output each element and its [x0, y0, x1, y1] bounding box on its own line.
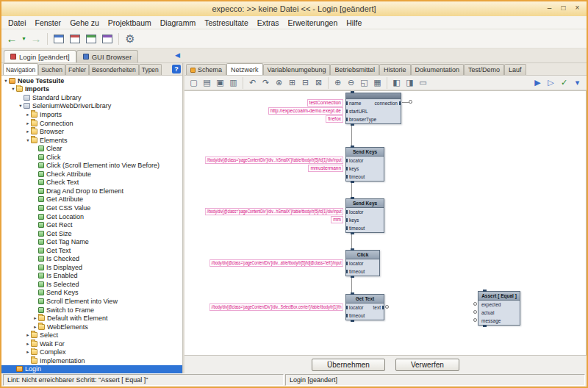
tab-schema[interactable]: Schema [186, 64, 226, 75]
grid-icon[interactable]: ▦ [371, 77, 384, 89]
tree-item-get-attribute[interactable]: Get Attribute [1, 195, 182, 204]
zoom-fit-icon[interactable]: ◱ [358, 77, 370, 89]
back-icon[interactable]: ← [4, 32, 19, 46]
tree-item-connection[interactable]: ▸Connection [1, 119, 182, 128]
menu-erweiterungen[interactable]: Erweiterungen [284, 18, 343, 28]
settings-icon[interactable]: ⚙ [123, 32, 137, 46]
run-icon[interactable]: ▶ [531, 77, 544, 89]
output-pin[interactable] [399, 101, 401, 105]
input-pin[interactable] [346, 262, 348, 265]
input-pin[interactable] [346, 175, 348, 179]
value-tag[interactable]: //body/div[@class='pageContentDiv']/div.… [209, 259, 343, 267]
collapse-icon[interactable]: ▾ [18, 103, 24, 109]
exec-in-pin[interactable] [351, 146, 354, 148]
tree-item-neue-testsuite[interactable]: ▾Neue Testsuite [1, 76, 182, 85]
back-dropdown-icon[interactable]: ▾ [21, 32, 27, 46]
tree-item-imports[interactable]: ▸Imports [1, 110, 182, 119]
expand-icon[interactable]: ▸ [25, 112, 31, 118]
tree-item-default-with-element[interactable]: ▸Default with Element [1, 314, 182, 323]
tree-item-imports[interactable]: ▾Imports [1, 85, 182, 94]
expand-icon[interactable]: ▸ [25, 332, 31, 338]
forward-icon[interactable]: → [29, 32, 43, 46]
more-icon[interactable]: ▾ [571, 77, 584, 89]
tab-historie[interactable]: Historie [379, 64, 411, 75]
expand-icon[interactable]: ▸ [25, 341, 31, 347]
tree-item-click-scroll-element-into-view-before[interactable]: Click (Scroll Element into View Before) [1, 161, 182, 170]
tree-item-check-attribute[interactable]: Check Attribute [1, 170, 182, 179]
input-pin[interactable] [346, 167, 348, 170]
editor-icon[interactable] [68, 32, 82, 46]
tree-item-get-location[interactable]: Get Location [1, 212, 182, 221]
exec-out-pin[interactable] [483, 325, 487, 327]
doc-tab-gui-browser[interactable]: GUI Browser [76, 50, 138, 62]
menu-diagramm[interactable]: Diagramm [156, 18, 200, 28]
align-left-icon[interactable]: ◧ [390, 77, 403, 89]
tree-item-is-checked[interactable]: Is Checked [1, 254, 182, 263]
expand-icon[interactable]: ▸ [25, 349, 31, 355]
exec-in-pin[interactable] [351, 91, 354, 93]
input-pin[interactable] [346, 226, 348, 230]
tree-item-scroll-element-into-view[interactable]: Scroll Element into View [1, 297, 182, 306]
tree-item-login[interactable]: Login [1, 365, 182, 373]
input-pin[interactable] [473, 318, 477, 322]
minimize-button[interactable]: – [542, 3, 556, 14]
tab-test-demo[interactable]: Test/Demo [464, 64, 504, 75]
value-tag[interactable]: http://expeccoalm-demo.exept.de [268, 107, 343, 115]
menu-extras[interactable]: Extras [253, 18, 284, 28]
collapse-icon[interactable]: ▾ [10, 86, 16, 92]
assert-equal-block[interactable]: Assert [ Equal ]expectedactualmessage [478, 291, 520, 326]
apply-check-icon[interactable]: ✓ [558, 77, 570, 89]
tree-item-check-text[interactable]: Check Text [1, 179, 182, 187]
tree-item-get-rect[interactable]: Get Rect [1, 220, 182, 229]
tree-item-elements[interactable]: ▾Elements [1, 136, 182, 145]
tree-item-is-selected[interactable]: Is Selected [1, 280, 182, 289]
exec-out-pin[interactable] [351, 123, 354, 126]
exec-out-pin[interactable] [351, 276, 354, 278]
tree-item-is-enabled[interactable]: Is Enabled [1, 272, 182, 281]
input-pin[interactable] [346, 159, 348, 162]
send-keys-block-1[interactable]: Send Keyslocatorkeystimeout [345, 147, 384, 182]
tree-item-get-size[interactable]: Get Size [1, 229, 182, 238]
diagram-canvas[interactable]: nameconnectionstartURLbrowserTypeSend Ke… [184, 90, 587, 356]
discard-button[interactable]: Verwerfen [395, 359, 459, 371]
expand-icon[interactable]: ▸ [25, 129, 31, 134]
menu-fenster[interactable]: Fenster [31, 18, 66, 28]
tree-item-switch-to-frame[interactable]: Switch to Frame [1, 306, 182, 315]
exec-in-pin[interactable] [351, 197, 354, 199]
collapse-icon[interactable]: ▾ [25, 137, 31, 143]
expand-icon[interactable]: ▸ [32, 315, 38, 321]
tree-item-wait-for[interactable]: ▸Wait For [1, 340, 182, 348]
input-pin[interactable] [346, 118, 348, 121]
get-text-block[interactable]: Get Textlocatortexttimeout [345, 294, 384, 320]
tab-netzwerk[interactable]: Netzwerk [226, 63, 263, 75]
tree-item-get-tag-name[interactable]: Get Tag Name [1, 237, 182, 246]
exec-out-pin[interactable] [351, 181, 354, 183]
menu-datei[interactable]: Datei [4, 18, 31, 28]
tree-item-implementation[interactable]: Implementation [1, 356, 182, 365]
value-tag[interactable]: //body/div[@class='pageContentDiv']/div.… [205, 157, 343, 164]
delete-icon[interactable]: ⊠ [312, 77, 325, 89]
copy-icon[interactable]: ⊞ [286, 77, 298, 89]
input-pin[interactable] [346, 218, 348, 222]
tree-item-browser[interactable]: ▸Browser [1, 127, 182, 136]
cut-icon[interactable]: ⊗ [273, 77, 285, 89]
input-pin[interactable] [346, 306, 348, 309]
exec-out-pin[interactable] [351, 232, 354, 234]
collapse-icon[interactable]: ▾ [3, 78, 9, 84]
menu-testresultate[interactable]: Testresultate [200, 18, 253, 28]
zoom-out-icon[interactable]: ⊖ [345, 77, 357, 89]
help-icon[interactable]: ? [172, 65, 181, 73]
value-tag[interactable]: mmustermann [308, 165, 343, 172]
collapse-panel-icon[interactable]: ◀ [175, 51, 180, 59]
apply-button[interactable]: Übernehmen [312, 359, 385, 371]
input-pin[interactable] [473, 302, 477, 306]
tree-item-get-css-value[interactable]: Get CSS Value [1, 204, 182, 212]
tree-item-seleniumwebdriverlibrary[interactable]: ▾SeleniumWebDriverLibrary [1, 102, 182, 111]
input-pin[interactable] [346, 109, 348, 113]
tree-item-is-displayed[interactable]: Is Displayed [1, 263, 182, 272]
tab-betriebsmittel[interactable]: Betriebsmittel [330, 64, 379, 75]
tree-item-select[interactable]: ▸Select [1, 331, 182, 340]
tab-fehler[interactable]: Fehler [65, 64, 89, 75]
tab-navigation[interactable]: Navigation [3, 63, 38, 75]
input-pin[interactable] [473, 310, 477, 314]
